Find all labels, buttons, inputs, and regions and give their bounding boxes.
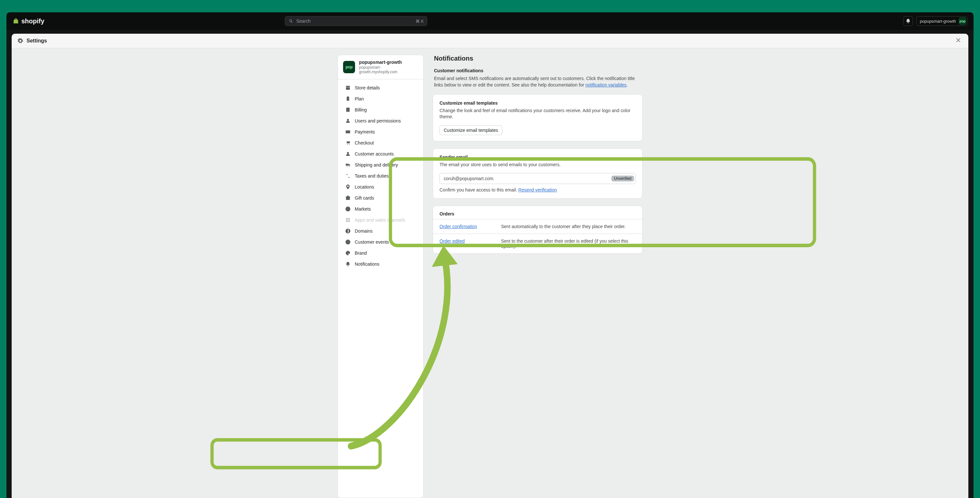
sidebar-item-customer-events[interactable]: Customer events: [340, 237, 422, 247]
sidebar-item-label: Billing: [355, 107, 367, 112]
sidebar-item-notifications[interactable]: Notifications: [340, 259, 422, 269]
modal-title: Settings: [27, 38, 47, 44]
settings-body: pop popupsmart-growth popupsmart-growth.…: [12, 48, 968, 498]
sidebar-item-label: Users and permissions: [355, 118, 401, 123]
store-block: pop popupsmart-growth popupsmart-growth.…: [338, 60, 423, 79]
settings-sidebar: pop popupsmart-growth popupsmart-growth.…: [337, 55, 424, 498]
logo-text: shopify: [21, 18, 45, 25]
gift-icon: [345, 195, 351, 201]
sidebar-item-shipping[interactable]: Shipping and delivery: [340, 160, 422, 170]
topbar: shopify Search ⌘ K popupsmart-growth pop: [6, 12, 974, 30]
sidebar-item-gift-cards[interactable]: Gift cards: [340, 193, 422, 203]
notifications-icon[interactable]: [903, 16, 913, 26]
cart-icon: [345, 140, 351, 146]
cet-heading: Customize email templates: [439, 101, 636, 105]
card-icon: [345, 129, 351, 135]
person-icon: [345, 151, 351, 157]
unverified-badge: Unverified: [611, 176, 634, 182]
sidebar-item-label: Customer events: [355, 239, 389, 245]
search-shortcut: ⌘ K: [415, 19, 424, 24]
sidebar-item-label: Shipping and delivery: [355, 162, 398, 168]
settings-scroll[interactable]: pop popupsmart-growth popupsmart-growth.…: [16, 55, 964, 498]
sender-description: The email your store uses to send emails…: [439, 162, 636, 168]
sidebar-item-users[interactable]: Users and permissions: [340, 116, 422, 126]
sidebar-item-label: Markets: [355, 206, 371, 212]
settings-header: Settings: [12, 34, 968, 48]
globe-icon: [345, 206, 351, 212]
clipboard-icon: [345, 96, 351, 102]
sidebar-item-store-details[interactable]: Store details: [340, 83, 422, 93]
sidebar-item-payments[interactable]: Payments: [340, 127, 422, 137]
shopify-bag-icon: [12, 18, 19, 25]
sidebar-item-label: Domains: [355, 228, 372, 234]
grid-icon: [345, 217, 351, 223]
table-row: Order edited Sent to the customer after …: [433, 234, 642, 253]
sidebar-item-label: Taxes and duties: [355, 173, 389, 179]
bell-icon: [905, 18, 911, 24]
logo: shopify: [12, 18, 45, 25]
search-placeholder: Search: [296, 19, 310, 24]
sidebar-item-label: Brand: [355, 251, 367, 255]
sender-email-input[interactable]: coruh@popupsmart.com Unverified: [439, 173, 636, 184]
store-url: popupsmart-growth.myshopify.com: [359, 65, 418, 75]
sidebar-item-label: Checkout: [355, 140, 374, 145]
sidebar-item-label: Plan: [355, 96, 364, 101]
main-column: Notifications Customer notifications Ema…: [433, 55, 643, 498]
store-chip-avatar: pop: [959, 17, 966, 25]
row-description: Sent automatically to the customer after…: [501, 224, 636, 229]
store-name: popupsmart-growth: [359, 60, 418, 65]
customer-notifications-description: Email and select SMS notifications are a…: [434, 75, 643, 88]
world-icon: [345, 228, 351, 234]
orders-heading: Orders: [433, 206, 642, 219]
table-row: Order confirmation Sent automatically to…: [433, 219, 642, 234]
customize-email-templates-button[interactable]: Customize email templates: [439, 125, 502, 135]
sidebar-item-brand[interactable]: Brand: [340, 248, 422, 258]
sidebar-item-domains[interactable]: Domains: [340, 226, 422, 236]
store-chip-name: popupsmart-growth: [920, 19, 956, 24]
notification-variables-link[interactable]: notification variables: [585, 82, 627, 88]
sidebar-item-apps: Apps and sales channels: [340, 215, 422, 225]
search-input[interactable]: Search ⌘ K: [285, 16, 427, 26]
sidebar-item-label: Gift cards: [355, 195, 374, 201]
close-icon: [955, 37, 961, 43]
sidebar-item-checkout[interactable]: Checkout: [340, 138, 422, 148]
sidebar-item-label: Payments: [355, 129, 375, 134]
store-chip[interactable]: popupsmart-growth pop: [916, 16, 968, 26]
sender-email-value: coruh@popupsmart.com: [444, 176, 493, 181]
customize-email-templates-card: Customize email templates Change the loo…: [433, 94, 643, 141]
confirm-text-label: Confirm you have access to this email.: [439, 187, 519, 192]
cet-description: Change the look and feel of email notifi…: [439, 108, 636, 120]
sidebar-item-markets[interactable]: Markets: [340, 204, 422, 214]
resend-verification-link[interactable]: Resend verification: [519, 187, 557, 192]
store-icon: [345, 85, 351, 91]
truck-icon: [345, 162, 351, 168]
order-edited-link[interactable]: Order edited: [439, 238, 491, 244]
sender-email-card: Sender email The email your store uses t…: [433, 148, 643, 199]
sidebar-item-billing[interactable]: Billing: [340, 105, 422, 115]
page-title: Notifications: [434, 55, 643, 62]
sidebar-item-label: Customer accounts: [355, 151, 394, 156]
bell-icon: [345, 261, 351, 267]
app-window: shopify Search ⌘ K popupsmart-growth pop…: [6, 12, 974, 498]
sidebar-item-label: Notifications: [355, 262, 379, 267]
users-icon: [345, 118, 351, 124]
sidebar-item-customer-accounts[interactable]: Customer accounts: [340, 149, 422, 159]
pin-icon: [345, 184, 351, 190]
sidebar-item-label: Apps and sales channels: [355, 217, 405, 223]
palette-icon: [345, 250, 351, 256]
target-icon: [345, 239, 351, 245]
percent-icon: [345, 173, 351, 179]
period: .: [627, 82, 628, 88]
order-confirmation-link[interactable]: Order confirmation: [439, 224, 491, 229]
close-button[interactable]: [955, 37, 963, 45]
sender-heading: Sender email: [439, 155, 636, 160]
settings-panel: Settings pop popupsmart-growth popupsmar…: [12, 34, 968, 498]
sidebar-item-locations[interactable]: Locations: [340, 182, 422, 192]
customer-notifications-heading: Customer notifications: [434, 68, 643, 73]
sidebar-item-plan[interactable]: Plan: [340, 94, 422, 104]
orders-card: Orders Order confirmation Sent automatic…: [433, 206, 643, 254]
sidebar-item-taxes[interactable]: Taxes and duties: [340, 171, 422, 181]
row-description: Sent to the customer after their order i…: [501, 238, 636, 249]
modal-overlay: Settings pop popupsmart-growth popupsmar…: [6, 30, 974, 498]
sidebar-item-label: Locations: [355, 184, 374, 190]
